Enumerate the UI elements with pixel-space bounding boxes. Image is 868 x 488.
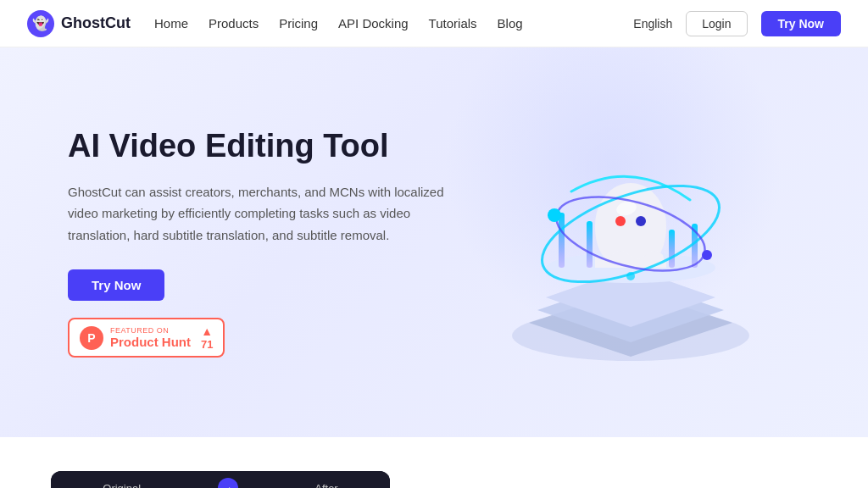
navbar-right: English Login Try Now	[633, 11, 841, 36]
video-arrow-icon: →	[218, 478, 238, 488]
nav-pricing[interactable]: Pricing	[279, 16, 318, 30]
logo-icon: 👻	[27, 10, 54, 37]
hero-illustration	[461, 90, 800, 395]
language-button[interactable]: English	[633, 17, 672, 30]
hero-content: AI Video Editing Tool GhostCut can assis…	[68, 127, 461, 358]
nav-blog[interactable]: Blog	[498, 16, 523, 30]
nav-home[interactable]: Home	[154, 16, 188, 30]
navbar-left: 👻 GhostCut Home Products Pricing API Doc…	[27, 10, 523, 37]
svg-rect-2	[587, 221, 593, 268]
hero-description: GhostCut can assist creators, merchants,…	[68, 181, 461, 247]
nav-tutorials[interactable]: Tutorials	[429, 16, 477, 30]
product-hunt-icon: P	[80, 326, 103, 350]
navbar: 👻 GhostCut Home Products Pricing API Doc…	[0, 0, 868, 47]
svg-rect-3	[669, 230, 675, 268]
hero-svg	[461, 90, 800, 395]
ph-featured-label: FEATURED ON	[110, 326, 191, 335]
product-hunt-badge[interactable]: P FEATURED ON Product Hunt ▲ 71	[68, 318, 225, 358]
ph-arrow-icon: ▲	[201, 324, 213, 338]
video-comparison: Original → After Whenever I cook with to…	[51, 471, 390, 488]
svg-point-13	[702, 250, 712, 260]
ph-name: Product Hunt	[110, 335, 191, 349]
video-labels: Original → After	[51, 471, 390, 488]
feature-block: ▶ ✕ Smart Text Removal	[441, 471, 817, 488]
after-label: After	[314, 482, 337, 489]
logo[interactable]: 👻 GhostCut	[27, 10, 131, 37]
login-button[interactable]: Login	[686, 11, 747, 36]
nav-api-docking[interactable]: API Docking	[338, 16, 409, 30]
video-box: Original → After Whenever I cook with to…	[51, 471, 390, 488]
hero-title: AI Video Editing Tool	[68, 127, 461, 166]
original-label: Original	[103, 482, 141, 489]
bottom-section: Original → After Whenever I cook with to…	[0, 437, 868, 488]
hero-try-now-button[interactable]: Try Now	[68, 269, 164, 301]
svg-point-12	[548, 208, 561, 222]
svg-point-8	[636, 216, 646, 226]
nav-links: Home Products Pricing API Docking Tutori…	[154, 16, 523, 31]
logo-text: GhostCut	[61, 14, 131, 32]
product-hunt-text: FEATURED ON Product Hunt	[110, 326, 191, 349]
try-now-button-nav[interactable]: Try Now	[761, 11, 841, 36]
svg-point-14	[626, 272, 635, 280]
svg-point-7	[615, 216, 626, 226]
nav-products[interactable]: Products	[209, 16, 259, 30]
svg-rect-4	[559, 213, 565, 268]
ph-vote-count: 71	[201, 338, 213, 351]
product-hunt-votes: ▲ 71	[201, 324, 213, 351]
hero-section: AI Video Editing Tool GhostCut can assis…	[0, 47, 868, 437]
